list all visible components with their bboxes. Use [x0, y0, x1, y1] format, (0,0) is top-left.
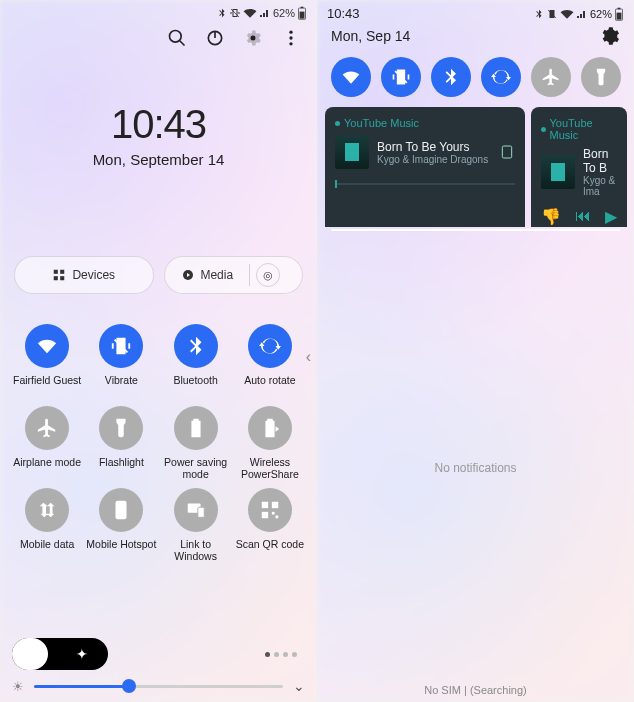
power-icon[interactable] [205, 28, 225, 48]
qs-flashlight-label: Flashlight [99, 456, 144, 480]
qs-bluetooth-label: Bluetooth [173, 374, 217, 398]
search-icon[interactable] [167, 28, 187, 48]
qs-vibrate-button[interactable] [99, 324, 143, 368]
media-notification-card-2[interactable]: YouTube Music Born To B Kygo & Ima 👎 ⏮ ▶ [531, 107, 627, 227]
svg-point-11 [289, 36, 292, 39]
dark-mode-toggle[interactable]: ✦ [12, 638, 108, 670]
album-art [541, 155, 575, 189]
hotspot-icon [110, 499, 132, 521]
qs-airplane-button[interactable] [531, 57, 571, 97]
svg-rect-3 [300, 12, 305, 19]
svg-rect-25 [272, 502, 278, 508]
qs-airplane-label: Airplane mode [13, 456, 81, 480]
more-icon[interactable] [281, 28, 301, 48]
svg-line-5 [180, 41, 185, 46]
qs-autorotate-button[interactable] [248, 324, 292, 368]
svg-rect-2 [301, 7, 304, 8]
powersave-icon [185, 417, 207, 439]
thumbs-down-icon[interactable]: 👎 [541, 207, 561, 226]
battery-pct: 62% [590, 8, 612, 20]
qs-flashlight-button[interactable] [99, 406, 143, 450]
qs-flashlight-button[interactable] [581, 57, 621, 97]
qs-airplane-button[interactable] [25, 406, 69, 450]
svg-rect-27 [272, 512, 275, 515]
svg-point-33 [350, 80, 353, 83]
gear-icon[interactable] [598, 25, 620, 47]
qs-autorotate-button[interactable] [481, 57, 521, 97]
svg-point-4 [170, 31, 182, 43]
status-time: 10:43 [327, 6, 360, 21]
sparkle-icon: ✦ [76, 646, 88, 662]
wifi-status-icon [560, 9, 574, 19]
qs-powersave-button[interactable] [174, 406, 218, 450]
bluetooth-icon [441, 67, 461, 87]
quick-settings-expanded-panel: 62% 10:43 Mon, September 14 Devices Medi… [0, 0, 317, 702]
svg-rect-24 [262, 502, 268, 508]
qs-vibrate-label: Vibrate [105, 374, 138, 398]
flashlight-icon [591, 67, 611, 87]
mobiledata-icon [36, 499, 58, 521]
play-icon [182, 269, 194, 281]
linkwin-icon [185, 499, 207, 521]
qs-wifi-button[interactable] [25, 324, 69, 368]
bluetooth-icon [185, 335, 207, 357]
media-artist: Kygo & Ima [583, 175, 617, 197]
svg-rect-35 [502, 146, 511, 158]
svg-point-12 [289, 42, 292, 45]
qs-hotspot-button[interactable] [99, 488, 143, 532]
wifi-icon [36, 335, 58, 357]
svg-rect-23 [197, 507, 203, 517]
qs-powershare-label: Wireless PowerShare [235, 456, 305, 480]
qs-mobiledata-button[interactable] [25, 488, 69, 532]
qs-powersave-label: Power saving mode [161, 456, 231, 480]
wifi-icon [341, 67, 361, 87]
top-actions [0, 20, 317, 48]
qs-bluetooth-button[interactable] [431, 57, 471, 97]
svg-rect-15 [54, 276, 58, 280]
svg-point-10 [289, 31, 292, 34]
battery-status-icon [614, 7, 624, 21]
brightness-slider[interactable]: ☀ ⌄ [12, 678, 305, 694]
autorotate-icon [259, 335, 281, 357]
qs-wifi-button[interactable] [331, 57, 371, 97]
no-notifications-text: No notifications [317, 461, 634, 475]
qs-bluetooth-button[interactable] [174, 324, 218, 368]
qs-scanqr-label: Scan QR code [236, 538, 304, 562]
svg-rect-32 [617, 12, 622, 19]
airplane-icon [541, 67, 561, 87]
chevron-down-icon[interactable]: ⌄ [293, 678, 305, 694]
gear-icon[interactable] [243, 28, 263, 48]
scanqr-icon [259, 499, 281, 521]
svg-rect-16 [61, 276, 65, 280]
qs-linkwin-button[interactable] [174, 488, 218, 532]
vibrate-icon [110, 335, 132, 357]
qs-hotspot-label: Mobile Hotspot [86, 538, 156, 562]
devices-chip[interactable]: Devices [14, 256, 154, 294]
media-artist: Kygo & Imagine Dragons [377, 154, 488, 165]
play-icon[interactable]: ▶ [605, 207, 617, 226]
media-chip[interactable]: Media ◎ [164, 256, 304, 294]
bluetooth-status-icon [534, 9, 544, 19]
page-indicator[interactable] [265, 652, 297, 657]
wifi-status-icon [243, 8, 257, 18]
media-notification-card[interactable]: YouTube Music Born To Be Yours Kygo & Im… [325, 107, 525, 227]
qs-scanqr-button[interactable] [248, 488, 292, 532]
vibrate-status-icon [546, 8, 558, 20]
svg-point-21 [120, 514, 122, 516]
svg-rect-26 [262, 512, 268, 518]
svg-rect-13 [54, 270, 58, 274]
media-title: Born To B [583, 147, 617, 175]
media-progress[interactable] [335, 183, 515, 185]
signal-status-icon [259, 8, 271, 18]
cast-icon[interactable] [499, 144, 515, 160]
flashlight-icon [110, 417, 132, 439]
media-output-icon[interactable]: ◎ [256, 263, 280, 287]
qs-vibrate-button[interactable] [381, 57, 421, 97]
media-app-name: YouTube Music [541, 117, 617, 141]
qs-powershare-button[interactable] [248, 406, 292, 450]
battery-status-icon [297, 6, 307, 20]
qs-mobiledata-label: Mobile data [20, 538, 74, 562]
airplane-icon [36, 417, 58, 439]
chevron-left-icon: ‹ [306, 348, 311, 366]
previous-icon[interactable]: ⏮ [575, 207, 591, 226]
